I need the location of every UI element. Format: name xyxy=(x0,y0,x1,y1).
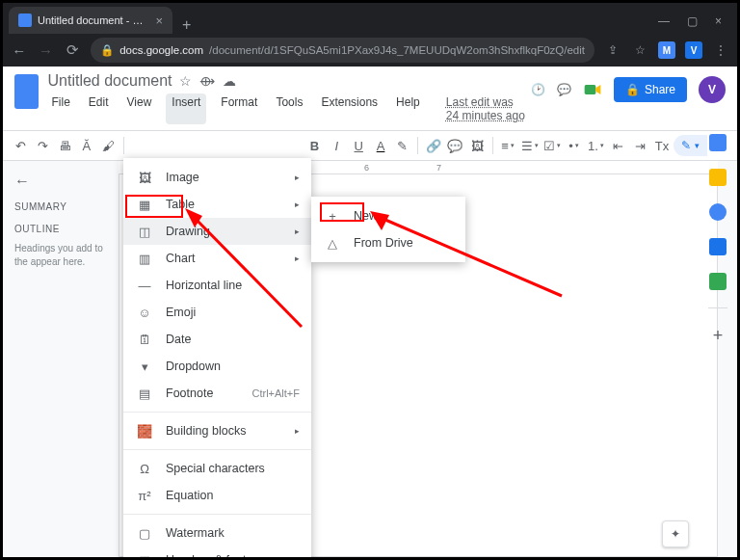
align-icon[interactable]: ≡ xyxy=(498,134,518,157)
linespacing-icon[interactable]: ☰ xyxy=(519,134,540,157)
new-tab-button[interactable]: + xyxy=(172,16,200,34)
annotation-highlight-new xyxy=(320,202,364,222)
headers-icon: ▤ xyxy=(137,553,152,558)
minimize-icon[interactable]: — xyxy=(658,14,670,28)
bulleted-list-icon[interactable]: • xyxy=(564,134,584,157)
footnote-icon: ▤ xyxy=(137,387,152,401)
menu-insert[interactable]: Insert xyxy=(166,93,206,124)
menu-tools[interactable]: Tools xyxy=(272,93,306,124)
tab-close-icon[interactable]: × xyxy=(155,13,163,28)
menu-format[interactable]: Format xyxy=(217,93,261,124)
menu-item-dropdown[interactable]: ▾Dropdown xyxy=(123,353,311,380)
dropdown-icon: ▾ xyxy=(137,360,152,374)
menu-extensions[interactable]: Extensions xyxy=(317,93,382,124)
chart-icon: ▥ xyxy=(137,252,152,266)
outline-heading: OUTLINE xyxy=(14,224,107,234)
outline-back-icon[interactable]: ← xyxy=(14,173,107,190)
bold-icon[interactable]: B xyxy=(304,134,325,157)
equation-icon: π² xyxy=(137,489,152,503)
drawing-icon: ◫ xyxy=(137,225,152,239)
menu-edit[interactable]: Edit xyxy=(85,93,113,124)
indent-increase-icon[interactable]: ⇥ xyxy=(630,134,650,157)
menu-item-image[interactable]: 🖼Image▸ xyxy=(123,164,311,191)
image-icon: 🖼 xyxy=(137,171,152,185)
menu-file[interactable]: File xyxy=(48,93,74,124)
browser-titlebar: Untitled document - Google Do × + — ▢ × xyxy=(3,3,737,34)
underline-icon[interactable]: U xyxy=(349,134,369,157)
svg-marker-4 xyxy=(370,211,389,230)
star-doc-icon[interactable]: ☆ xyxy=(179,73,192,89)
svg-line-3 xyxy=(379,217,562,296)
tasks-icon[interactable] xyxy=(709,203,727,221)
back-icon[interactable]: ← xyxy=(11,42,28,59)
numbered-list-icon[interactable]: 1. xyxy=(586,134,606,157)
spellcheck-icon[interactable]: Ă xyxy=(77,134,97,157)
avatar[interactable]: V xyxy=(699,76,726,103)
outline-hint: Headings you add to the appear here. xyxy=(14,242,107,269)
omnibox[interactable]: 🔒 docs.google.com/document/d/1SFQuSA5mi1… xyxy=(91,38,595,63)
explore-fab[interactable]: ✦ xyxy=(662,520,689,547)
docs-toolbar: ↶ ↷ 🖶 Ă 🖌 B I U A ✎ 🔗 💬 🖼 ≡ ☰ ☑ • 1. ⇤ ⇥… xyxy=(3,130,737,161)
docs-favicon xyxy=(18,13,32,27)
clear-format-icon[interactable]: Tx xyxy=(652,134,673,157)
menu-item-headers-footers[interactable]: ▤Headers & footers▸ xyxy=(123,547,311,557)
annotation-arrow-to-new xyxy=(364,209,567,306)
text-color-icon[interactable]: A xyxy=(371,134,391,157)
share-url-icon[interactable]: ⇪ xyxy=(604,41,621,59)
print-icon[interactable]: 🖶 xyxy=(55,134,75,157)
browser-address-bar: ← → ⟳ 🔒 docs.google.com/document/d/1SFQu… xyxy=(3,34,737,67)
hrule-icon: — xyxy=(137,279,152,293)
menu-item-footnote[interactable]: ▤FootnoteCtrl+Alt+F xyxy=(123,380,311,407)
menu-item-special-chars[interactable]: ΩSpecial characters xyxy=(123,455,311,482)
side-panel: + xyxy=(699,126,737,346)
move-doc-icon[interactable]: ⟴ xyxy=(199,73,215,89)
watermark-icon: ▢ xyxy=(137,526,152,541)
doc-title[interactable]: Untitled document xyxy=(48,72,172,90)
annotation-highlight-drawing xyxy=(125,195,183,218)
paint-format-icon[interactable]: 🖌 xyxy=(98,134,119,157)
meet-icon[interactable] xyxy=(583,80,602,99)
calendar-icon[interactable] xyxy=(709,134,727,151)
highlight-icon[interactable]: ✎ xyxy=(392,134,412,157)
reload-icon[interactable]: ⟳ xyxy=(64,41,81,59)
forward-icon[interactable]: → xyxy=(38,42,55,59)
italic-icon[interactable]: I xyxy=(327,134,347,157)
share-button[interactable]: 🔒Share xyxy=(614,77,687,102)
pencil-icon: ✎ xyxy=(681,139,691,152)
comment-toolbar-icon[interactable]: 💬 xyxy=(445,134,465,157)
star-icon[interactable]: ☆ xyxy=(631,41,648,59)
browser-tab[interactable]: Untitled document - Google Do × xyxy=(9,7,172,34)
close-icon[interactable]: × xyxy=(715,14,722,28)
maximize-icon[interactable]: ▢ xyxy=(687,14,698,28)
contacts-icon[interactable] xyxy=(709,238,727,255)
cloud-status-icon[interactable]: ☁ xyxy=(223,73,236,89)
checklist-icon[interactable]: ☑ xyxy=(542,134,562,157)
link-toolbar-icon[interactable]: 🔗 xyxy=(423,134,443,157)
image-toolbar-icon[interactable]: 🖼 xyxy=(467,134,488,157)
menu-item-building-blocks[interactable]: 🧱Building blocks▸ xyxy=(123,417,311,444)
add-addon-icon[interactable]: + xyxy=(713,326,724,346)
svg-rect-0 xyxy=(585,85,596,94)
menu-view[interactable]: View xyxy=(123,93,156,124)
indent-decrease-icon[interactable]: ⇤ xyxy=(608,134,628,157)
undo-icon[interactable]: ↶ xyxy=(11,134,31,157)
window-controls: — ▢ × xyxy=(658,14,731,34)
history-icon[interactable]: 🕑 xyxy=(531,83,545,96)
maps-icon[interactable] xyxy=(709,273,727,290)
tab-title: Untitled document - Google Do xyxy=(38,14,149,26)
redo-icon[interactable]: ↷ xyxy=(33,134,53,157)
docs-header: Untitled document ☆ ⟴ ☁ File Edit View I… xyxy=(3,67,737,124)
comment-history-icon[interactable]: 💬 xyxy=(557,83,571,96)
menu-help[interactable]: Help xyxy=(392,93,424,124)
menu-item-watermark[interactable]: ▢Watermark xyxy=(123,520,311,547)
menu-item-equation[interactable]: π²Equation xyxy=(123,482,311,509)
kebab-icon[interactable]: ⋮ xyxy=(712,41,729,59)
last-edit-text[interactable]: Last edit was 24 minutes ago xyxy=(442,93,531,124)
extension-v-icon[interactable]: V xyxy=(685,41,702,59)
keep-icon[interactable] xyxy=(709,169,727,186)
extension-m-icon[interactable]: M xyxy=(658,41,675,59)
date-icon: 🗓 xyxy=(137,333,152,347)
emoji-icon: ☺ xyxy=(137,306,152,320)
docs-logo-icon[interactable] xyxy=(14,74,39,109)
lock-share-icon: 🔒 xyxy=(625,83,640,96)
